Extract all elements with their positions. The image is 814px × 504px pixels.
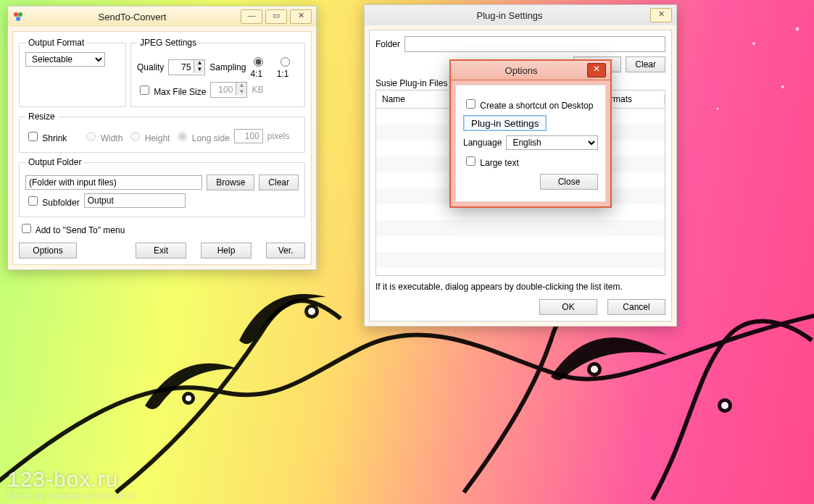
folder-input[interactable] <box>404 36 665 52</box>
output-folder-input[interactable] <box>25 175 202 190</box>
desktop-shortcut-option[interactable]: Create a shortcut on Desktop <box>463 97 593 111</box>
watermark-text: 123-box.ru <box>7 467 118 491</box>
add-sendto-check[interactable] <box>22 224 31 233</box>
max-file-size-unit: KB <box>252 85 263 95</box>
svg-point-11 <box>796 28 800 31</box>
options-titlebar[interactable]: Options ✕ <box>451 61 610 80</box>
sampling-label: Sampling <box>209 62 246 72</box>
resize-legend: Resize <box>25 112 58 122</box>
svg-point-4 <box>182 392 195 405</box>
sampling-41-radio[interactable] <box>254 57 263 67</box>
open-plugin-settings-button[interactable]: Plug-in Settings <box>463 115 547 131</box>
subfolder-check[interactable] <box>28 196 38 206</box>
help-button[interactable]: Help <box>201 243 252 259</box>
svg-point-6 <box>718 398 732 413</box>
max-file-size-stepper: ▲▼ <box>210 82 247 98</box>
plugin-ok-button[interactable]: OK <box>539 299 597 315</box>
max-file-size-check[interactable] <box>140 85 149 95</box>
svg-point-2 <box>587 362 602 377</box>
options-title: Options <box>455 65 587 76</box>
height-option: Height <box>127 130 170 143</box>
watermark: 123-box.ru блог о программах для Windows <box>7 467 137 500</box>
language-label: Language <box>463 138 502 148</box>
desktop-shortcut-check[interactable] <box>466 99 475 109</box>
app-icon <box>12 11 24 22</box>
close-button[interactable]: ✕ <box>290 9 312 24</box>
plugin-title: Plug-in Settings <box>369 10 650 21</box>
resize-unit: pixels <box>267 131 290 141</box>
add-sendto-option[interactable]: Add to "Send To" menu <box>19 222 125 235</box>
resize-value-input <box>234 129 263 143</box>
spin-down-icon: ▼ <box>236 89 246 96</box>
width-radio <box>86 132 96 141</box>
subfolder-input[interactable] <box>84 193 186 208</box>
large-text-check[interactable] <box>466 156 475 166</box>
sendto-convert-window: SendTo-Convert — ▭ ✕ Output Format Selec… <box>7 6 317 270</box>
output-format-group: Output Format Selectable <box>19 38 126 107</box>
output-format-legend: Output Format <box>25 38 87 48</box>
svg-point-3 <box>591 366 598 373</box>
minimize-button[interactable]: — <box>241 9 262 24</box>
output-folder-legend: Output Folder <box>25 157 84 167</box>
svg-point-9 <box>781 85 784 88</box>
language-select[interactable]: English <box>506 135 598 150</box>
exit-button[interactable]: Exit <box>136 243 186 259</box>
plugin-hint: If it is executable, dialog appears by d… <box>375 282 665 292</box>
sampling-41-option[interactable]: 4:1 <box>250 55 272 79</box>
sendto-title: SendTo-Convert <box>24 12 241 22</box>
shrink-check[interactable] <box>28 132 38 141</box>
svg-point-8 <box>752 42 755 45</box>
max-file-size-option[interactable]: Max File Size <box>137 83 206 97</box>
options-dialog: Options ✕ Create a shortcut on Desktop P… <box>449 59 612 208</box>
svg-point-15 <box>18 12 22 17</box>
svg-point-14 <box>14 12 18 17</box>
svg-point-10 <box>717 108 719 110</box>
ver-button[interactable]: Ver. <box>266 243 305 259</box>
plugin-cancel-button[interactable]: Cancel <box>607 299 665 315</box>
jpeg-settings-group: JPEG Settings Quality ▲▼ Sampling 4:1 1:… <box>130 38 305 107</box>
resize-group: Resize Shrink Width Height Long side pix… <box>19 112 305 153</box>
svg-point-16 <box>16 17 20 21</box>
watermark-subtitle: блог о программах для Windows <box>7 492 137 500</box>
spin-down-icon[interactable]: ▼ <box>194 67 204 73</box>
longside-option: Long side <box>174 130 229 143</box>
svg-point-1 <box>308 308 315 315</box>
output-format-select[interactable]: Selectable <box>25 52 105 67</box>
plugin-close-button[interactable]: ✕ <box>650 8 672 22</box>
quality-label: Quality <box>137 62 164 72</box>
sampling-11-option[interactable]: 1:1 <box>277 55 299 79</box>
plugin-clear-button[interactable]: Clear <box>626 56 665 72</box>
maximize-button[interactable]: ▭ <box>265 9 287 24</box>
output-folder-browse-button[interactable]: Browse <box>207 175 254 190</box>
width-option: Width <box>83 130 122 143</box>
max-file-size-input <box>211 83 236 97</box>
quality-input[interactable] <box>169 60 194 75</box>
options-close-x[interactable]: ✕ <box>587 63 606 77</box>
sampling-11-radio[interactable] <box>281 57 290 67</box>
svg-point-0 <box>304 304 319 319</box>
options-close-button[interactable]: Close <box>540 174 598 190</box>
large-text-option[interactable]: Large text <box>463 154 519 168</box>
jpeg-settings-legend: JPEG Settings <box>137 38 199 48</box>
folder-label: Folder <box>375 39 400 49</box>
sendto-titlebar[interactable]: SendTo-Convert — ▭ ✕ <box>8 7 316 27</box>
output-folder-group: Output Folder Browse Clear Subfolder <box>19 157 305 217</box>
height-radio <box>130 132 140 141</box>
subfolder-option[interactable]: Subfolder <box>25 194 80 208</box>
options-button[interactable]: Options <box>19 243 77 259</box>
shrink-option[interactable]: Shrink <box>25 130 67 143</box>
svg-point-7 <box>721 402 728 409</box>
longside-radio <box>178 132 187 141</box>
quality-stepper[interactable]: ▲▼ <box>168 59 205 75</box>
plugin-titlebar[interactable]: Plug-in Settings ✕ <box>365 5 676 25</box>
svg-point-5 <box>186 395 191 401</box>
output-folder-clear-button[interactable]: Clear <box>259 175 299 190</box>
